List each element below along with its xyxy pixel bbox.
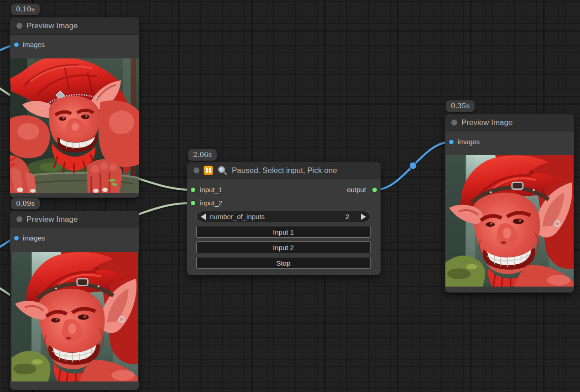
magnifier-icon <box>217 165 228 176</box>
input-2-button[interactable]: Input 2 <box>196 241 371 253</box>
node-preview-image-a[interactable]: Preview Image images <box>10 17 139 198</box>
input-1-button[interactable]: Input 1 <box>196 226 371 238</box>
input-port-input-1[interactable] <box>190 187 196 193</box>
input-port-images[interactable] <box>14 235 19 241</box>
port-label-images: images <box>23 234 45 242</box>
node-preview-image-b[interactable]: Preview Image images <box>10 211 139 390</box>
widget-label: number_of_inputs <box>210 213 345 220</box>
timing-badge-preview-b: 0.09s <box>11 198 40 209</box>
port-label-output: output <box>347 186 366 193</box>
node-title: Paused. Select input, Pick one <box>232 166 337 175</box>
port-label-input-1: input_1 <box>200 186 222 193</box>
collapse-dot-icon[interactable] <box>451 120 457 125</box>
node-header[interactable]: Preview Image <box>445 114 574 131</box>
collapse-dot-icon[interactable] <box>193 167 199 173</box>
node-header[interactable]: Paused. Select input, Pick one <box>187 162 381 179</box>
timing-badge-preview-a: 0.10s <box>11 4 40 15</box>
input-port-images[interactable] <box>449 139 454 145</box>
collapse-dot-icon[interactable] <box>16 23 22 29</box>
port-label-images: images <box>458 138 480 146</box>
wire-output-to-preview-d <box>376 142 450 190</box>
node-header[interactable]: Preview Image <box>10 211 139 228</box>
input-port-input-2[interactable] <box>190 200 196 206</box>
widget-value: 2 <box>345 213 349 220</box>
node-pick-one[interactable]: Paused. Select input, Pick one input_1 i… <box>187 162 381 275</box>
preview-image-troll-face <box>10 252 139 382</box>
increment-arrow-icon[interactable] <box>361 214 366 220</box>
node-header[interactable]: Preview Image <box>10 17 139 35</box>
timing-badge-picker: 2.06s <box>188 149 217 161</box>
node-graph-canvas[interactable]: 0.10s 0.09s 2.06s 0.35s <box>0 0 580 392</box>
wire-reroute-dot[interactable] <box>409 162 417 169</box>
preview-image-troll-face <box>445 155 574 287</box>
collapse-dot-icon[interactable] <box>16 216 22 222</box>
pause-icon <box>204 166 213 175</box>
stop-button[interactable]: Stop <box>196 257 371 269</box>
output-port[interactable] <box>372 187 377 193</box>
node-title: Preview Image <box>26 21 78 31</box>
node-title: Preview Image <box>26 215 78 224</box>
timing-badge-preview-d: 0.35s <box>446 100 475 112</box>
preview-image-troll-crawl <box>10 58 139 193</box>
port-label-images: images <box>23 41 45 48</box>
input-port-images[interactable] <box>14 42 19 47</box>
number-of-inputs-widget[interactable]: number_of_inputs 2 <box>196 211 371 222</box>
node-preview-image-d[interactable]: Preview Image images <box>445 114 574 293</box>
decrement-arrow-icon[interactable] <box>201 214 206 220</box>
node-title: Preview Image <box>461 118 512 127</box>
port-label-input-2: input_2 <box>200 199 222 207</box>
